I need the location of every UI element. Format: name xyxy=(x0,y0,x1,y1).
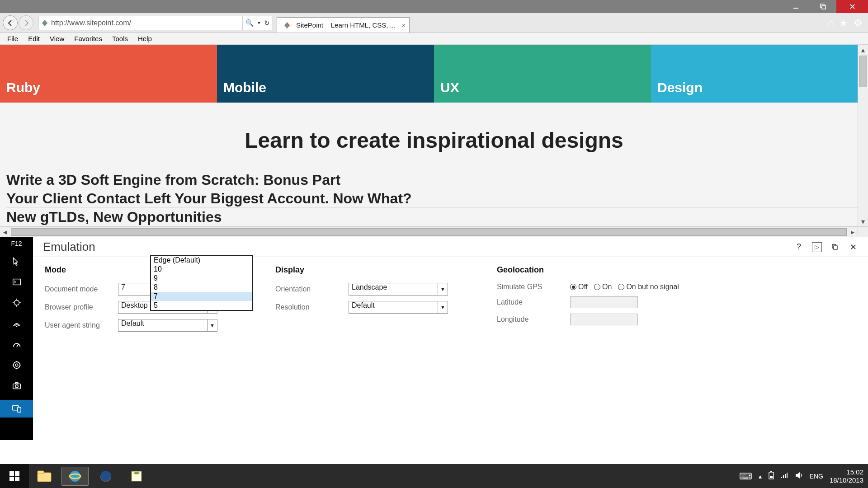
menu-edit[interactable]: Edit xyxy=(24,34,44,43)
console-tool-icon[interactable] xyxy=(9,275,24,289)
close-button[interactable] xyxy=(836,0,868,13)
scroll-left-icon[interactable]: ◂ xyxy=(0,227,10,237)
devtools-header: Emulation ? ▷ ✕ xyxy=(33,237,868,257)
longitude-input[interactable] xyxy=(570,314,638,325)
svg-rect-42 xyxy=(787,473,788,478)
scroll-down-icon[interactable]: ▾ xyxy=(858,216,868,226)
select-value: Default xyxy=(121,319,144,327)
system-tray: ⌨ ▴ ENG 15:02 18/10/2013 xyxy=(735,468,868,484)
maximize-button[interactable] xyxy=(809,0,836,13)
article-link[interactable]: Write a 3D Soft Engine from Scratch: Bon… xyxy=(6,171,862,189)
devtools-undock-button[interactable]: ▷ xyxy=(812,242,822,252)
volume-icon[interactable] xyxy=(795,472,803,480)
radio-off[interactable]: Off xyxy=(570,283,588,291)
svg-rect-40 xyxy=(783,475,784,478)
url-input[interactable] xyxy=(51,16,242,30)
taskbar-clock[interactable]: 15:02 18/10/2013 xyxy=(830,468,863,484)
language-indicator[interactable]: ENG xyxy=(810,473,823,480)
favorites-icon[interactable]: ★ xyxy=(839,17,848,29)
tools-icon[interactable]: ⚙ xyxy=(854,17,863,29)
start-button[interactable] xyxy=(0,464,29,488)
category-mobile[interactable]: Mobile xyxy=(217,45,434,103)
category-ux[interactable]: UX xyxy=(434,45,651,103)
radio-on-no-signal[interactable]: On but no signal xyxy=(618,283,679,291)
scroll-right-icon[interactable]: ▸ xyxy=(848,227,858,237)
select-value: Desktop xyxy=(121,301,148,309)
home-icon[interactable]: ⌂ xyxy=(828,17,834,29)
memory-tool-icon[interactable] xyxy=(9,358,24,372)
article-list: Write a 3D Soft Engine from Scratch: Bon… xyxy=(0,171,868,226)
search-icon[interactable]: 🔍 xyxy=(245,19,254,27)
dropdown-option[interactable]: 10 xyxy=(151,265,252,274)
tray-expand-icon[interactable]: ▴ xyxy=(759,473,762,480)
longitude-label: Longitude xyxy=(497,315,565,324)
article-link[interactable]: Your Client Contact Left Your Biggest Ac… xyxy=(6,189,862,208)
taskbar-ie-icon[interactable] xyxy=(61,467,89,486)
simulate-gps-radios: Off On On but no signal xyxy=(570,283,679,291)
vertical-scrollbar[interactable]: ▴ ▾ xyxy=(858,45,868,226)
horizontal-scrollbar[interactable]: ◂ ▸ xyxy=(0,226,858,237)
svg-rect-30 xyxy=(38,473,51,482)
radio-dot-icon xyxy=(618,284,624,290)
menu-file[interactable]: File xyxy=(3,34,23,43)
select-value: 7 xyxy=(121,283,125,291)
tab-favicon xyxy=(283,22,291,29)
dropdown-option[interactable]: Edge (Default) xyxy=(151,256,252,265)
screenshot-tool-icon[interactable] xyxy=(9,379,24,393)
dom-explorer-tool-icon[interactable] xyxy=(9,254,24,268)
category-design[interactable]: Design xyxy=(651,45,868,103)
battery-icon[interactable] xyxy=(768,471,774,481)
dropdown-icon[interactable]: ▼ xyxy=(257,20,261,25)
svg-rect-5 xyxy=(13,279,20,285)
taskbar-notepadpp-icon[interactable] xyxy=(123,467,150,486)
scroll-thumb[interactable] xyxy=(11,228,847,236)
orientation-select[interactable]: Landscape ▼ xyxy=(349,283,448,296)
debugger-tool-icon[interactable] xyxy=(9,296,24,310)
taskbar: ⌨ ▴ ENG 15:02 18/10/2013 xyxy=(0,464,868,488)
svg-point-20 xyxy=(15,385,18,387)
forward-button[interactable] xyxy=(19,15,33,30)
taskbar-firefox-icon[interactable] xyxy=(92,467,119,486)
document-mode-dropdown[interactable]: Edge (Default) 10 9 8 7 5 xyxy=(150,255,253,311)
taskbar-explorer-icon[interactable] xyxy=(31,467,58,486)
dropdown-option[interactable]: 9 xyxy=(151,274,252,283)
user-agent-select[interactable]: Default ▼ xyxy=(118,319,217,332)
scroll-up-icon[interactable]: ▴ xyxy=(858,45,868,55)
resolution-select[interactable]: Default ▼ xyxy=(349,301,448,314)
emulation-tool-icon[interactable] xyxy=(0,400,33,418)
scroll-thumb[interactable] xyxy=(859,56,867,87)
user-agent-label: User agent string xyxy=(45,321,113,329)
menu-favorites[interactable]: Favorites xyxy=(70,34,107,43)
radio-on[interactable]: On xyxy=(594,283,612,291)
network-tool-icon[interactable] xyxy=(9,317,24,330)
article-link[interactable]: New gTLDs, New Opportunities xyxy=(6,208,862,226)
svg-rect-38 xyxy=(770,476,773,478)
tab-close-icon[interactable]: × xyxy=(402,22,406,29)
svg-rect-27 xyxy=(15,471,19,476)
address-bar[interactable]: 🔍 ▼ ↻ xyxy=(38,16,273,30)
network-icon[interactable] xyxy=(781,472,789,480)
dropdown-option[interactable]: 8 xyxy=(151,283,252,292)
page-headline: Learn to create inspirational designs xyxy=(0,103,868,171)
devtools-restore-button[interactable] xyxy=(830,242,840,252)
browser-profile-label: Browser profile xyxy=(45,303,113,311)
dropdown-option[interactable]: 7 xyxy=(151,292,252,301)
devtools-close-button[interactable]: ✕ xyxy=(848,242,858,252)
latitude-input[interactable] xyxy=(570,296,638,308)
menu-help[interactable]: Help xyxy=(133,34,156,43)
browser-tab[interactable]: SitePoint – Learn HTML, CSS, ... × xyxy=(277,17,410,33)
back-button[interactable] xyxy=(3,15,18,30)
menu-view[interactable]: View xyxy=(45,34,69,43)
category-ruby[interactable]: Ruby xyxy=(0,45,217,103)
minimize-button[interactable] xyxy=(782,0,809,13)
svg-rect-26 xyxy=(9,471,14,476)
keyboard-icon[interactable]: ⌨ xyxy=(739,471,752,482)
performance-tool-icon[interactable] xyxy=(9,338,24,351)
tab-title: SitePoint – Learn HTML, CSS, ... xyxy=(296,21,396,29)
refresh-icon[interactable]: ↻ xyxy=(264,19,270,27)
radio-label: On xyxy=(602,283,612,291)
dropdown-option[interactable]: 5 xyxy=(151,301,252,310)
menu-tools[interactable]: Tools xyxy=(108,34,132,43)
devtools-help-button[interactable]: ? xyxy=(794,242,804,252)
svg-point-32 xyxy=(70,471,80,482)
